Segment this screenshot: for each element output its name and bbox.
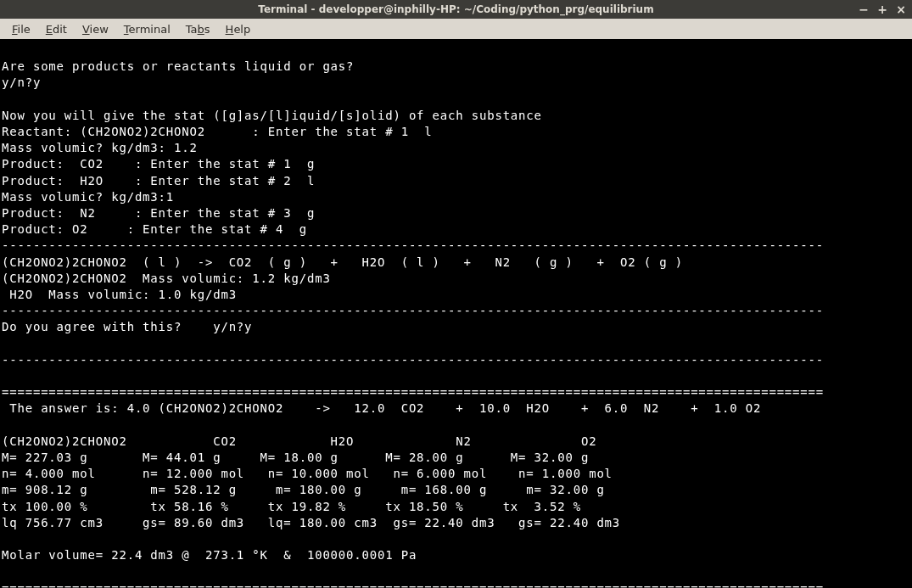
terminal-line xyxy=(2,417,910,434)
terminal-line: Now you will give the stat ([g]as/[l]iqu… xyxy=(2,108,910,124)
window-title: Terminal - developper@inphilly-HP: ~/Cod… xyxy=(0,3,912,15)
terminal-line xyxy=(2,42,910,59)
menu-help[interactable]: Help xyxy=(219,21,258,37)
terminal-line: M= 227.03 g M= 44.01 g M= 18.00 g M= 28.… xyxy=(2,450,910,466)
terminal-line: Product: CO2 : Enter the stat # 1 g xyxy=(2,156,910,172)
window-controls: − + × xyxy=(858,3,912,16)
terminal-line: ----------------------------------------… xyxy=(2,303,910,319)
menu-view-rest: iew xyxy=(90,23,109,36)
terminal-line: Molar volume= 22.4 dm3 @ 273.1 °K & 1000… xyxy=(2,547,910,563)
menu-edit[interactable]: Edit xyxy=(39,21,74,37)
menu-file-rest: ile xyxy=(18,23,31,36)
terminal-line xyxy=(2,564,910,580)
terminal-output[interactable]: Are some products or reactants liquid or… xyxy=(0,39,912,588)
terminal-line: Mass volumic? kg/dm3: 1.2 xyxy=(2,140,910,156)
terminal-line xyxy=(2,531,910,547)
terminal-line: (CH2ONO2)2CHONO2 Mass volumic: 1.2 kg/dm… xyxy=(2,271,910,287)
terminal-line: Product: H2O : Enter the stat # 2 l xyxy=(2,173,910,189)
terminal-line: ----------------------------------------… xyxy=(2,352,910,368)
terminal-line xyxy=(2,336,910,352)
terminal-line: (CH2ONO2)2CHONO2 ( l ) -> CO2 ( g ) + H2… xyxy=(2,255,910,271)
terminal-line: Reactant: (CH2ONO2)2CHONO2 : Enter the s… xyxy=(2,124,910,140)
terminal-line: m= 908.12 g m= 528.12 g m= 180.00 g m= 1… xyxy=(2,482,910,498)
menu-terminal-rest: erminal xyxy=(129,23,171,36)
terminal-line: ========================================… xyxy=(2,384,910,400)
menu-view[interactable]: View xyxy=(76,21,115,37)
terminal-line: ----------------------------------------… xyxy=(2,238,910,254)
terminal-line xyxy=(2,368,910,384)
menu-help-rest: elp xyxy=(233,23,250,36)
terminal-line: (CH2ONO2)2CHONO2 CO2 H2O N2 O2 xyxy=(2,434,910,450)
terminal-line: Do you agree with this? y/n?y xyxy=(2,319,910,335)
terminal-line: tx 100.00 % tx 58.16 % tx 19.82 % tx 18.… xyxy=(2,499,910,515)
terminal-line: The answer is: 4.0 (CH2ONO2)2CHONO2 -> 1… xyxy=(2,400,910,417)
terminal-line xyxy=(2,92,910,108)
menu-tabs-pre: Ta xyxy=(186,23,198,36)
menu-tabs-rest: s xyxy=(204,23,210,36)
terminal-line: Are some products or reactants liquid or… xyxy=(2,59,910,75)
menu-file[interactable]: File xyxy=(5,21,37,37)
menu-terminal[interactable]: Terminal xyxy=(117,21,177,37)
terminal-line: y/n?y xyxy=(2,75,910,91)
minimize-button[interactable]: − xyxy=(858,3,870,16)
menu-edit-rest: dit xyxy=(53,23,67,36)
terminal-line: Product: N2 : Enter the stat # 3 g xyxy=(2,205,910,221)
maximize-button[interactable]: + xyxy=(876,3,888,16)
terminal-line: n= 4.000 mol n= 12.000 mol n= 10.000 mol… xyxy=(2,466,910,482)
menu-tabs[interactable]: Tabs xyxy=(179,21,217,37)
close-button[interactable]: × xyxy=(895,3,907,16)
terminal-line: H2O Mass volumic: 1.0 kg/dm3 xyxy=(2,287,910,303)
terminal-line: lq 756.77 cm3 gs= 89.60 dm3 lq= 180.00 c… xyxy=(2,515,910,531)
window-titlebar: Terminal - developper@inphilly-HP: ~/Cod… xyxy=(0,0,912,19)
menubar: File Edit View Terminal Tabs Help xyxy=(0,19,912,39)
terminal-line: Product: O2 : Enter the stat # 4 g xyxy=(2,221,910,238)
terminal-line: ========================================… xyxy=(2,580,910,588)
terminal-line: Mass volumic? kg/dm3:1 xyxy=(2,189,910,205)
